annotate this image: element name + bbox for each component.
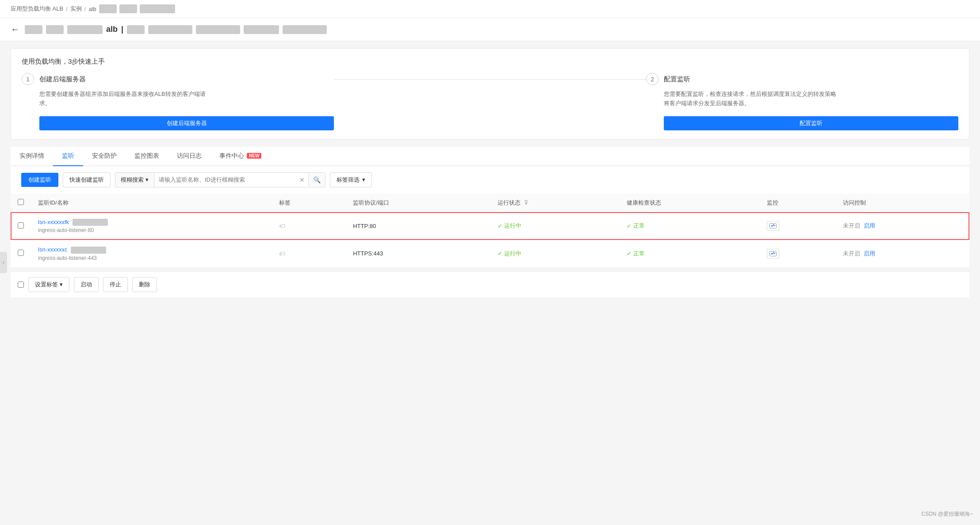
tag-filter-label: 标签筛选 xyxy=(337,176,360,184)
step-1-name: 创建后端服务器 xyxy=(39,75,86,84)
row1-protocol-port-cell: HTTP:80 xyxy=(346,212,490,240)
step-1-header: 1 创建后端服务器 xyxy=(22,73,334,85)
create-backend-server-btn[interactable]: 创建后端服务器 xyxy=(39,116,334,130)
breadcrumb-blurred-1 xyxy=(99,4,117,13)
set-tag-label: 设置标签 xyxy=(35,281,58,289)
row1-run-status: ✓ 运行中 xyxy=(498,222,612,230)
step-1-number: 1 xyxy=(22,73,34,85)
row2-id-blurred xyxy=(71,247,106,254)
tab-instance-detail[interactable]: 实例详情 xyxy=(11,147,53,166)
table-row: lsn-xxxxxxc ingress-auto-listener-443 🏷 … xyxy=(11,240,969,268)
chevron-down-icon: ▾ xyxy=(145,176,149,183)
row2-enable-link[interactable]: 启用 xyxy=(864,250,875,258)
stop-btn[interactable]: 停止 xyxy=(103,277,128,292)
step-2-description: 您需要配置监听，检查连接请求，然后根据调度算法定义的转发策略将客户端请求分发至后… xyxy=(646,90,841,108)
title-pipe: | xyxy=(121,25,123,34)
clear-search-icon[interactable]: ✕ xyxy=(296,176,308,183)
row2-checkbox-cell xyxy=(11,240,31,268)
th-monitor: 监控 xyxy=(760,194,836,213)
search-input[interactable] xyxy=(154,173,296,186)
search-submit-icon[interactable]: 🔍 xyxy=(308,173,325,186)
row2-access-control: 未开启 启用 xyxy=(843,250,962,258)
filter-icon[interactable]: ⊽ xyxy=(524,199,528,206)
tag-icon-2: 🏷 xyxy=(279,250,285,257)
th-checkbox xyxy=(11,194,31,213)
start-btn[interactable]: 启动 xyxy=(74,277,99,292)
row2-checkbox[interactable] xyxy=(18,250,24,256)
delete-btn[interactable]: 删除 xyxy=(132,277,157,292)
tab-listen[interactable]: 监听 xyxy=(53,147,83,166)
quickstart-panel: 使用负载均衡，3步快速上手 1 创建后端服务器 您需要创建服务器组并添加后端服务… xyxy=(11,48,969,140)
quick-create-listener-btn[interactable]: 快速创建监听 xyxy=(63,172,111,187)
title-alb-text: alb xyxy=(106,25,118,34)
row1-monitor-icon[interactable] xyxy=(767,221,779,231)
set-tag-btn[interactable]: 设置标签 ▾ xyxy=(28,277,69,292)
step-2-number: 2 xyxy=(646,73,658,85)
tab-access-log[interactable]: 访问日志 xyxy=(168,147,211,166)
checkmark-icon: ✓ xyxy=(498,223,502,229)
tag-filter-chevron-icon: ▾ xyxy=(362,176,365,183)
checkmark-icon-2: ✓ xyxy=(498,250,502,257)
th-protocol-port: 监听协议/端口 xyxy=(346,194,490,213)
tab-security[interactable]: 安全防护 xyxy=(83,147,126,166)
step-2: 2 配置监听 您需要配置监听，检查连接请求，然后根据调度算法定义的转发策略将客户… xyxy=(646,73,958,130)
toolbar: 创建监听 快速创建监听 模糊搜索 ▾ ✕ 🔍 标签筛选 ▾ xyxy=(11,166,969,194)
tab-access-log-label: 访问日志 xyxy=(177,152,202,160)
row2-health-status: ✓ 正常 xyxy=(627,250,752,258)
search-type-btn[interactable]: 模糊搜索 ▾ xyxy=(115,173,154,187)
row1-listener-id[interactable]: lsn-xxxxxxfk xyxy=(38,219,265,226)
back-button[interactable]: ← xyxy=(11,24,19,34)
row2-access-status: 未开启 xyxy=(843,250,860,258)
step-1: 1 创建后端服务器 您需要创建服务器组并添加后端服务器来接收ALB转发的客户端请… xyxy=(22,73,334,130)
create-listener-btn[interactable]: 创建监听 xyxy=(21,173,58,187)
select-all-checkbox[interactable] xyxy=(18,199,24,205)
step-connector xyxy=(334,79,646,80)
tab-monitor-chart[interactable]: 监控图表 xyxy=(126,147,168,166)
title-blurred-8 xyxy=(283,25,327,34)
row1-protocol-port: HTTP:80 xyxy=(353,223,376,229)
breadcrumb-instance[interactable]: 实例 xyxy=(70,5,82,13)
configure-listener-btn[interactable]: 配置监听 xyxy=(664,116,958,130)
row2-listener-name: ingress-auto-listener-443 xyxy=(38,255,265,261)
row1-monitor-cell xyxy=(760,212,836,240)
row2-protocol-port-cell: HTTPS:443 xyxy=(346,240,490,268)
search-type-label: 模糊搜索 xyxy=(121,176,144,184)
breadcrumb-blurred-3 xyxy=(140,4,175,13)
step-1-description: 您需要创建服务器组并添加后端服务器来接收ALB转发的客户端请求。 xyxy=(22,90,216,108)
tab-monitor-chart-label: 监控图表 xyxy=(134,152,159,160)
step-2-name: 配置监听 xyxy=(664,75,690,84)
bottom-select-all-checkbox[interactable] xyxy=(18,282,24,288)
tab-listen-label: 监听 xyxy=(62,152,74,160)
health-check-icon: ✓ xyxy=(627,223,632,229)
title-blurred-5 xyxy=(148,25,192,34)
row1-checkbox[interactable] xyxy=(18,222,24,228)
row2-protocol-port: HTTPS:443 xyxy=(353,250,383,257)
set-tag-chevron-icon: ▾ xyxy=(60,281,63,288)
row1-access-control: 未开启 启用 xyxy=(843,222,962,230)
bottom-bar: 设置标签 ▾ 启动 停止 删除 xyxy=(11,271,969,297)
title-blurred-7 xyxy=(244,25,279,34)
breadcrumb-alb[interactable]: 应用型负载均衡 ALB xyxy=(11,5,63,13)
horizontal-scrollbar xyxy=(11,268,969,271)
th-health-check: 健康检查状态 xyxy=(620,194,759,213)
new-badge: NEW xyxy=(247,153,261,159)
title-blurred-1 xyxy=(25,25,42,34)
row1-health-cell: ✓ 正常 xyxy=(620,212,759,240)
row1-enable-link[interactable]: 启用 xyxy=(864,222,875,230)
quickstart-title: 使用负载均衡，3步快速上手 xyxy=(22,57,958,66)
row2-listener-id[interactable]: lsn-xxxxxxc xyxy=(38,246,265,254)
tab-event-center[interactable]: 事件中心 NEW xyxy=(211,147,270,166)
quickstart-steps: 1 创建后端服务器 您需要创建服务器组并添加后端服务器来接收ALB转发的客户端请… xyxy=(22,73,958,130)
breadcrumb-alb-id[interactable]: alb xyxy=(88,6,96,12)
row2-run-status: ✓ 运行中 xyxy=(498,250,612,258)
row2-monitor-icon[interactable] xyxy=(767,249,779,259)
row1-listener-name: ingress-auto-listener-80 xyxy=(38,227,265,233)
tag-filter-btn[interactable]: 标签筛选 ▾ xyxy=(330,172,372,187)
side-collapse-btn[interactable]: ‹ xyxy=(0,252,7,273)
tab-security-label: 安全防护 xyxy=(92,152,117,160)
header-bar: ← alb | xyxy=(0,18,980,41)
title-blurred-4 xyxy=(127,25,145,34)
table-header-row: 监听ID/名称 标签 监听协议/端口 运行状态 ⊽ 健康检查状态 监控 访问控制 xyxy=(11,194,969,213)
th-access-control: 访问控制 xyxy=(836,194,969,213)
th-tags: 标签 xyxy=(272,194,346,213)
